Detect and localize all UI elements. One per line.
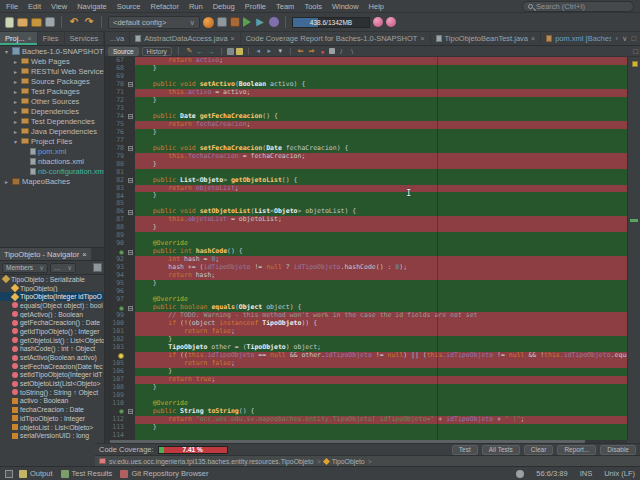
menu-team[interactable]: Team — [276, 2, 294, 11]
code-line-81[interactable]: 81 — [105, 169, 627, 177]
code-line-97[interactable]: 97 @Override — [105, 296, 627, 304]
navigator-item-activo-boolean[interactable]: activo : Boolean — [0, 397, 104, 406]
menu-tools[interactable]: Tools — [304, 2, 322, 11]
fold-collapse-icon[interactable] — [128, 82, 133, 87]
collapsed-arrow-icon[interactable]: ▸ — [12, 78, 19, 85]
expanded-arrow-icon[interactable]: ▾ — [3, 48, 10, 55]
breadcrumb-package[interactable]: sv.edu.ues.occ.ingenieria.tpi135.baches.… — [109, 458, 314, 465]
menu-debug[interactable]: Debug — [213, 2, 235, 11]
comment-icon[interactable]: / — [337, 47, 346, 55]
navigator-item-tipoobjeto-[interactable]: TipoObjeto() — [0, 284, 104, 293]
code-line-107[interactable]: 107 return true; — [105, 376, 627, 384]
collapsed-arrow-icon[interactable]: ▸ — [12, 128, 19, 135]
navigator-item-idtipoobjeto-integer[interactable]: idTipoObjeto : Integer — [0, 414, 104, 423]
tree-item-source-packages[interactable]: ▸Source Packages — [0, 76, 104, 86]
navigator-item-equals-object-object-bool[interactable]: equals(Object object) : bool — [0, 301, 104, 310]
tree-item-other-sources[interactable]: ▸Other Sources — [0, 96, 104, 106]
report--button[interactable]: Report... — [557, 445, 596, 455]
navigator-item-hashcode-int-object[interactable]: hashCode() : int ↑ Object — [0, 345, 104, 354]
code-line-71[interactable]: 71 this.activo = activo; — [105, 89, 627, 97]
tree-item-project-files[interactable]: ▾Project Files — [0, 136, 104, 146]
new-project-icon[interactable] — [17, 18, 28, 27]
collapsed-arrow-icon[interactable]: ▸ — [12, 108, 19, 115]
source-view-button[interactable]: Source — [108, 47, 139, 56]
shift-right-icon[interactable]: ⇒ — [307, 47, 316, 55]
hint-bulb-icon[interactable] — [118, 353, 124, 359]
code-line-87[interactable]: 87 this.objetoList = objetoList; — [105, 216, 627, 224]
maximize-icon[interactable]: □ — [631, 34, 636, 43]
test-button[interactable]: Test — [452, 445, 478, 455]
tree-item-mapeobaches[interactable]: ▸MapeoBaches — [0, 176, 104, 186]
code-line-68[interactable]: 68 } — [105, 65, 627, 73]
code-line-79[interactable]: 79 this.fechaCreacion = fechaCreacion; — [105, 153, 627, 161]
toggle-bookmark-icon[interactable]: ▾ — [276, 47, 285, 55]
close-icon[interactable]: × — [28, 35, 32, 42]
editor-tab--va[interactable]: ...va — [105, 32, 130, 45]
shift-left-icon[interactable]: ⇐ — [296, 47, 305, 55]
tree-item-dependencies[interactable]: ▸Dependencies — [0, 106, 104, 116]
code-line-106[interactable]: 106 } — [105, 368, 627, 376]
code-line-77[interactable]: 77 — [105, 137, 627, 145]
code-line-104[interactable]: if ((this.idTipoObjeto == null && other.… — [105, 352, 627, 360]
code-line-73[interactable]: 73 — [105, 105, 627, 113]
fold-collapse-icon[interactable] — [128, 306, 133, 311]
clear-button[interactable]: Clear — [524, 445, 554, 455]
code-line-88[interactable]: 88 } — [105, 224, 627, 232]
close-icon[interactable]: × — [231, 35, 235, 42]
tree-item-test-dependencies[interactable]: ▸Test Dependencies — [0, 116, 104, 126]
navigator-item-getobjetolist-list-objeto[interactable]: getObjetoList() : List<Objeto — [0, 336, 104, 345]
disable-button[interactable]: Disable — [600, 445, 636, 455]
fold-collapse-icon[interactable] — [128, 114, 133, 119]
tree-item-baches-1-0-snapshot[interactable]: ▾Baches-1.0-SNAPSHOT — [0, 46, 104, 56]
undo-icon[interactable]: ↶ — [68, 16, 80, 28]
code-line-100[interactable]: 100 if (!(object instanceof TipoObjeto))… — [105, 320, 627, 328]
last-edit-icon[interactable]: ✎ — [185, 47, 194, 55]
code-line-109[interactable]: 109 — [105, 392, 627, 400]
fold-collapse-icon[interactable] — [128, 210, 133, 215]
highlight-icon[interactable] — [236, 48, 243, 55]
menu-edit[interactable]: Edit — [28, 2, 41, 11]
collapsed-arrow-icon[interactable]: ▸ — [12, 68, 19, 75]
debug-project-icon[interactable]: ▶ — [254, 16, 266, 28]
code-line-101[interactable]: 101 return false; — [105, 328, 627, 336]
navigator-item-tostring-string-object[interactable]: toString() : String ↑ Object — [0, 388, 104, 397]
navigator-item-serialversionuid-long[interactable]: serialVersionUID : long — [0, 431, 104, 440]
tree-item-nb-configuration-xml[interactable]: nb-configuration.xml — [0, 166, 104, 176]
panel-tab-services[interactable]: Services — [65, 32, 105, 45]
profiling-point-icon[interactable] — [386, 17, 396, 27]
warning-mark[interactable] — [632, 61, 638, 67]
menu-view[interactable]: View — [51, 2, 67, 11]
code-line-74[interactable]: 74 public Date getFechaCreacion() { — [105, 113, 627, 121]
browser-icon[interactable] — [203, 17, 214, 28]
expanded-arrow-icon[interactable]: ▾ — [12, 138, 19, 145]
memory-indicator[interactable]: 438.6/1342MB — [292, 17, 370, 28]
menu-window[interactable]: Window — [332, 2, 359, 11]
code-line-72[interactable]: 72 } — [105, 97, 627, 105]
code-line-92[interactable]: 92 int hash = 0; — [105, 256, 627, 264]
tree-item-pom-xml[interactable]: pom.xml — [0, 146, 104, 156]
code-line-78[interactable]: 78 public void setFechaCreacion(Date fec… — [105, 145, 627, 153]
maximize-icon[interactable]: □ — [633, 47, 638, 56]
error-stripe[interactable] — [627, 57, 640, 440]
fold-collapse-icon[interactable] — [128, 250, 133, 255]
history-view-button[interactable]: History — [142, 47, 172, 56]
stop-macro-icon[interactable] — [329, 48, 335, 54]
statusbar-git-repository-browser[interactable]: Git Repository Browser — [120, 469, 208, 478]
run-project-icon[interactable] — [243, 17, 251, 27]
fold-collapse-icon[interactable] — [128, 146, 133, 151]
start-macro-icon[interactable]: ● — [318, 47, 327, 55]
all-tests-button[interactable]: All Tests — [482, 445, 520, 455]
navigator-item-getfechacreacion-date[interactable]: getFechaCreacion() : Date — [0, 318, 104, 327]
code-line-108[interactable]: 108 } — [105, 384, 627, 392]
clean-build-icon[interactable] — [230, 17, 240, 27]
forward-icon[interactable]: → — [207, 47, 216, 55]
editor-tab-abstractdataaccess-java[interactable]: AbstractDataAccess.java× — [130, 32, 240, 45]
fold-collapse-icon[interactable] — [128, 409, 133, 414]
code-line-99[interactable]: 99 // TODO: Warning - this method won't … — [105, 312, 627, 320]
quick-search-input[interactable]: Search (Ctrl+I) — [522, 1, 634, 12]
next-bookmark-icon[interactable]: ▸ — [265, 47, 274, 55]
menu-navigate[interactable]: Navigate — [77, 2, 107, 11]
code-line-90[interactable]: 90 @Override — [105, 240, 627, 248]
new-file-icon[interactable] — [5, 17, 14, 28]
navigator-root[interactable]: TipoObjeto : Serializable — [0, 275, 104, 284]
